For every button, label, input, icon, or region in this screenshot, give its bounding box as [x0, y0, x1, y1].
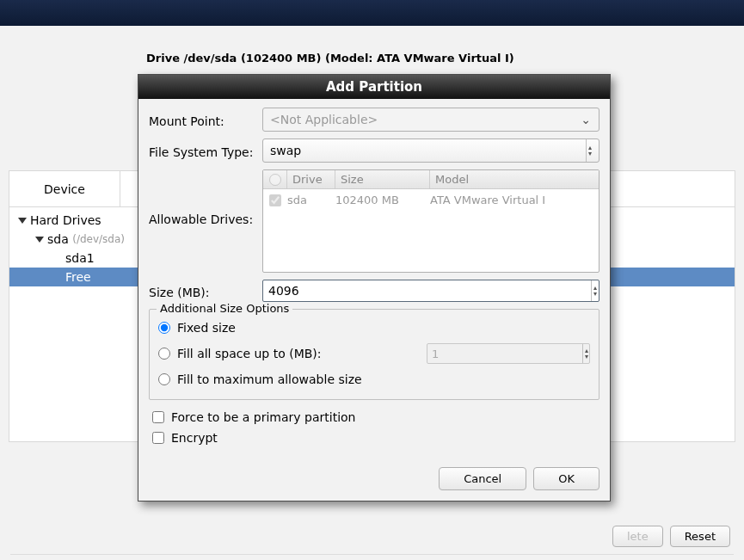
dialog-title: Add Partition — [138, 75, 610, 99]
tree-partition-label: sda1 — [65, 251, 95, 265]
delete-button[interactable]: lete — [612, 526, 663, 547]
fill-up-to-label: Fill all space up to (MB): — [177, 347, 322, 360]
drive-row-name: sda — [287, 194, 335, 206]
reset-button[interactable]: Reset — [670, 526, 730, 547]
cancel-button[interactable]: Cancel — [439, 467, 526, 490]
mount-point-label: Mount Point: — [149, 111, 262, 128]
drives-col-check[interactable] — [263, 170, 287, 188]
add-partition-dialog: Add Partition Mount Point: <Not Applicab… — [138, 74, 611, 502]
fill-max-label: Fill to maximum allowable size — [177, 372, 362, 386]
select-all-radio[interactable] — [269, 174, 281, 186]
drive-summary-label: Drive /dev/sda (102400 MB) (Model: ATA V… — [146, 52, 735, 65]
drive-row-model: ATA VMware Virtual I — [430, 194, 599, 206]
app-top-bar — [0, 0, 744, 26]
expand-icon[interactable] — [18, 218, 27, 224]
tree-root-label: Hard Drives — [30, 213, 101, 227]
drives-table-header: Drive Size Model — [263, 170, 599, 189]
fixed-size-label: Fixed size — [177, 321, 236, 335]
expand-icon[interactable] — [35, 237, 44, 243]
force-primary-label: Force to be a primary partition — [171, 410, 355, 424]
drive-row-checkbox[interactable] — [269, 194, 281, 206]
drives-col-drive[interactable]: Drive — [287, 170, 335, 188]
fill-up-to-option[interactable]: Fill all space up to (MB): ▴▾ — [158, 339, 590, 368]
fixed-size-radio[interactable] — [158, 322, 170, 334]
fill-max-option[interactable]: Fill to maximum allowable size — [158, 368, 590, 391]
tree-drive-name: sda — [47, 232, 69, 246]
fs-type-combo[interactable]: swap ▴▾ — [262, 138, 600, 163]
fs-type-value: swap — [270, 144, 301, 157]
size-spinbox[interactable]: ▴▾ — [262, 280, 600, 302]
encrypt-checkbox[interactable] — [152, 432, 164, 444]
tree-free-label: Free — [65, 270, 91, 284]
size-label: Size (MB): — [149, 282, 262, 299]
drives-col-model[interactable]: Model — [430, 170, 599, 188]
force-primary-option[interactable]: Force to be a primary partition — [149, 407, 600, 428]
fs-type-label: File System Type: — [149, 142, 262, 159]
fill-up-to-input[interactable] — [427, 344, 582, 363]
chevron-down-icon: ⌄ — [578, 113, 593, 126]
updown-icon[interactable]: ▴▾ — [591, 280, 599, 301]
drives-col-size[interactable]: Size — [335, 170, 430, 188]
additional-size-legend: Additional Size Options — [157, 302, 292, 315]
fixed-size-option[interactable]: Fixed size — [158, 317, 590, 339]
additional-size-options: Additional Size Options Fixed size Fill … — [149, 309, 600, 400]
updown-icon[interactable]: ▴▾ — [582, 344, 590, 363]
fill-max-radio[interactable] — [158, 373, 170, 385]
fill-up-to-spinbox[interactable]: ▴▾ — [427, 343, 590, 364]
size-input[interactable] — [263, 280, 591, 301]
mount-point-combo[interactable]: <Not Applicable> ⌄ — [262, 108, 600, 132]
tree-drive-path: (/dev/sda) — [72, 233, 125, 245]
separator — [10, 554, 734, 555]
fill-up-to-radio[interactable] — [158, 348, 170, 360]
encrypt-label: Encrypt — [171, 431, 218, 445]
device-column-title: Device — [9, 171, 120, 206]
allowable-drives-label: Allowable Drives: — [149, 169, 262, 226]
force-primary-checkbox[interactable] — [152, 411, 164, 423]
mount-point-value: <Not Applicable> — [270, 113, 378, 126]
ok-button[interactable]: OK — [533, 467, 600, 490]
encrypt-option[interactable]: Encrypt — [149, 428, 600, 448]
drives-table-row[interactable]: sda 102400 MB ATA VMware Virtual I — [263, 189, 599, 211]
drive-row-size: 102400 MB — [335, 194, 430, 206]
updown-icon: ▴▾ — [586, 139, 593, 162]
allowable-drives-table[interactable]: Drive Size Model sda 102400 MB ATA VMwar… — [262, 169, 600, 273]
